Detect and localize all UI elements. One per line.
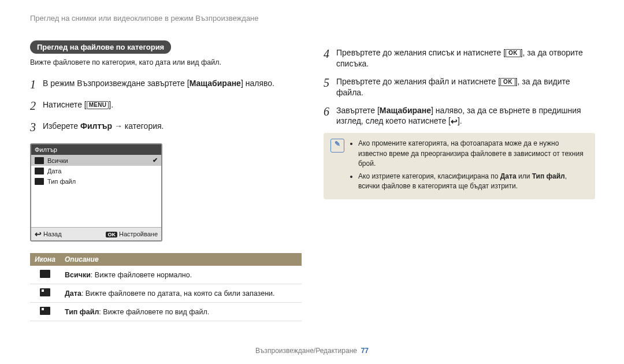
page-footer: Възпроизвеждане/Редактиране 77 (0, 347, 624, 355)
table-icon-cell (30, 303, 60, 321)
table-desc-cell: Всички: Вижте файловете нормално. (60, 266, 302, 284)
step-bold: Мащабиране (380, 106, 431, 115)
note-item: Ако промените категорията, на фотоапарат… (358, 139, 588, 169)
step-6: 6 Завъртете [Мащабиране] наляво, за да с… (324, 104, 595, 128)
note-box: ✎ Ако промените категорията, на фотоапар… (324, 133, 595, 199)
menu-title: Филтър (31, 144, 161, 155)
step-number: 4 (324, 46, 336, 69)
step-text: Превъртете до желания списък и натиснете… (336, 48, 506, 57)
menu-item-date[interactable]: Дата (31, 166, 161, 176)
back-icon: ↩ (35, 229, 42, 239)
table-desc-cell: Дата: Вижте файловете по датата, на коят… (60, 284, 302, 303)
note-bold: Тип файл (532, 172, 565, 180)
all-icon (35, 157, 44, 164)
back-icon: ↩ (451, 116, 458, 127)
ok-icon: OK (106, 232, 117, 237)
menu-icon: MENU (87, 101, 109, 109)
footer-ok-label: Настройване (119, 231, 158, 237)
step-4: 4 Превъртете до желания списък и натисне… (324, 46, 595, 69)
step-text: В режим Възпроизвеждане завъртете [ (43, 79, 190, 88)
table-row: Дата: Вижте файловете по датата, на коят… (30, 284, 302, 303)
step-text: Превъртете до желания файл и натиснете [ (336, 77, 500, 86)
section-title-pill: Преглед на файлове по категория (30, 40, 171, 54)
step-text: ]. (109, 100, 113, 109)
step-number: 2 (30, 98, 43, 114)
icon-description-table: Икона Описание Всички: Вижте файловете н… (30, 253, 302, 321)
step-body: Завъртете [Мащабиране] наляво, за да се … (336, 104, 595, 128)
table-icon-cell (30, 266, 60, 284)
date-icon (40, 288, 50, 296)
note-item: Ако изтриете категория, класифицирана по… (358, 172, 588, 192)
row-bold: Всички (65, 271, 91, 279)
step-text: ]. (458, 116, 462, 125)
footer-back-label: Назад (43, 231, 62, 237)
page-number: 77 (361, 347, 369, 355)
step-3: 3 Изберете Филтър → категория. (30, 120, 302, 135)
section-subtitle: Вижте файловете по категория, като дата … (30, 58, 302, 66)
ok-icon: OK (506, 49, 521, 57)
header-breadcrumb: Преглед на снимки или видеоклипове в реж… (30, 14, 259, 23)
note-icon: ✎ (330, 139, 344, 153)
all-icon (40, 270, 50, 278)
menu-item-label: Дата (47, 168, 158, 174)
row-text: : Вижте файловете нормално. (91, 271, 192, 279)
note-text: Ако изтриете категория, класифицирана по (358, 172, 500, 180)
step-bold: Филтър (80, 121, 112, 131)
step-text: → категория. (112, 121, 164, 131)
table-icon-cell (30, 284, 60, 303)
step-number: 1 (30, 77, 43, 92)
step-2: 2 Натиснете [MENU]. (30, 98, 302, 114)
table-header-desc: Описание (60, 253, 302, 266)
step-1: 1 В режим Възпроизвеждане завъртете [Мащ… (30, 77, 302, 92)
footer-ok[interactable]: OKНастройване (106, 231, 158, 237)
menu-item-label: Всички (47, 157, 153, 164)
note-text: или (517, 172, 532, 180)
steps-left: 1 В режим Възпроизвеждане завъртете [Мащ… (30, 77, 302, 135)
row-bold: Дата (65, 289, 81, 298)
step-body: Превъртете до желания списък и натиснете… (336, 46, 595, 69)
menu-item-label: Тип файл (47, 178, 158, 185)
manual-page: Преглед на снимки или видеоклипове в реж… (0, 0, 624, 364)
date-icon (35, 168, 44, 174)
check-icon: ✔ (153, 157, 158, 164)
step-number: 3 (30, 120, 43, 135)
step-bold: Мащабиране (190, 79, 241, 88)
table-header-icon: Икона (30, 253, 60, 266)
row-text: : Вижте файловете по вид файл. (99, 308, 209, 316)
step-body: Изберете Филтър → категория. (43, 120, 302, 135)
note-bold: Дата (500, 172, 517, 180)
note-text: Ако промените категорията, на фотоапарат… (358, 139, 584, 168)
step-number: 6 (324, 104, 336, 128)
step-text: Завъртете [ (336, 106, 380, 115)
table-row: Всички: Вижте файловете нормално. (30, 266, 302, 284)
table-header-row: Икона Описание (30, 253, 302, 266)
step-text: Изберете (43, 121, 80, 131)
step-body: В режим Възпроизвеждане завъртете [Мащаб… (43, 77, 302, 92)
left-column: Преглед на файлове по категория Вижте фа… (30, 40, 302, 321)
menu-footer: ↩ Назад OKНастройване (31, 227, 161, 240)
filter-menu-preview: Филтър Всички ✔ Дата Тип файл ↩ Назад (30, 143, 162, 242)
step-body: Натиснете [MENU]. (43, 98, 302, 114)
step-body: Превъртете до желания файл и натиснете [… (336, 75, 595, 98)
step-5: 5 Превъртете до желания файл и натиснете… (324, 75, 595, 98)
note-list: Ако промените категорията, на фотоапарат… (350, 139, 588, 194)
ok-icon: OK (500, 78, 515, 86)
step-number: 5 (324, 75, 336, 98)
table-row: Тип файл: Вижте файловете по вид файл. (30, 303, 302, 321)
menu-item-filetype[interactable]: Тип файл (31, 176, 161, 187)
row-bold: Тип файл (65, 308, 99, 316)
filetype-icon (35, 178, 44, 185)
footer-back[interactable]: ↩ Назад (35, 229, 106, 239)
menu-blank-area (31, 187, 161, 227)
right-column: 4 Превъртете до желания списък и натисне… (324, 40, 595, 199)
row-text: : Вижте файловете по датата, на която са… (81, 289, 275, 298)
step-text: Натиснете [ (43, 100, 87, 109)
steps-right: 4 Превъртете до желания списък и натисне… (324, 46, 595, 127)
footer-section: Възпроизвеждане/Редактиране (255, 347, 357, 355)
filetype-icon (40, 307, 50, 315)
table-desc-cell: Тип файл: Вижте файловете по вид файл. (60, 303, 302, 321)
menu-item-all[interactable]: Всички ✔ (31, 155, 161, 166)
step-text: ] наляво. (241, 79, 274, 88)
